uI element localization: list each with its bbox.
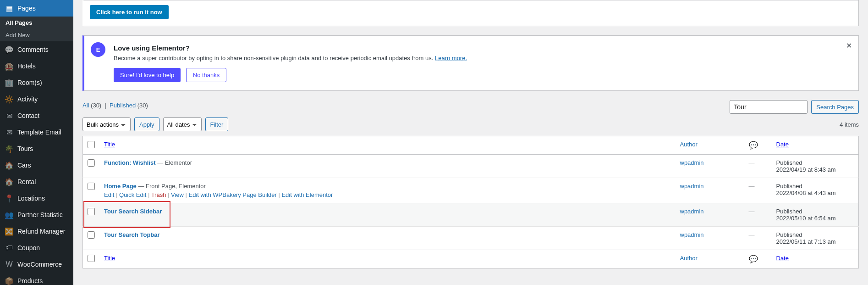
date-status: Published — [776, 208, 854, 215]
menu-icon: 📦 — [5, 276, 14, 285]
search-input[interactable] — [730, 100, 808, 114]
sidebar-item[interactable]: 📦Products — [0, 273, 73, 285]
date-value: 2022/04/08 at 4:43 am — [776, 190, 836, 196]
sidebar-item[interactable]: 🔀Refund Manager — [0, 223, 73, 240]
optin-yes-button[interactable]: Sure! I'd love to help — [114, 68, 181, 82]
elementor-text: Become a super contributor by opting in … — [114, 55, 840, 61]
notice-run-now: Click here to run it now — [82, 0, 859, 26]
filter-button[interactable]: Filter — [205, 117, 229, 131]
apply-button[interactable]: Apply — [134, 117, 159, 131]
menu-icon: 🏠 — [5, 177, 14, 186]
date-value: 2022/04/19 at 8:43 am — [776, 166, 836, 173]
sidebar-item[interactable]: ✉Template Email — [0, 124, 73, 140]
table-row: Tour Search Sidebarwpadmin—Published2022… — [83, 203, 859, 227]
author-link[interactable]: wpadmin — [680, 159, 704, 166]
pages-table: Title Author 💬 Date Function: Wishlist —… — [82, 136, 859, 268]
col-title-footer[interactable]: Title — [104, 255, 115, 262]
page-title-link[interactable]: Function: Wishlist — [104, 159, 156, 166]
sidebar-label: Comments — [17, 46, 49, 53]
col-date-footer[interactable]: Date — [776, 255, 789, 262]
search-button[interactable]: Search Pages — [811, 100, 859, 114]
sidebar-label: Room(s) — [17, 79, 42, 86]
select-all-footer-checkbox[interactable] — [88, 255, 95, 262]
row-action-link[interactable]: Edit with Elementor — [281, 191, 333, 198]
date-value: 2022/05/10 at 6:54 am — [776, 215, 836, 222]
sidebar-label: Coupon — [17, 244, 40, 251]
sidebar-item[interactable]: 👥Partner Statistic — [0, 207, 73, 223]
date-filter-select[interactable]: All dates — [163, 117, 202, 131]
col-title[interactable]: Title — [104, 141, 115, 148]
table-row: Function: Wishlist — Elementorwpadmin—Pu… — [83, 155, 859, 178]
filter-links: All (30) | Published (30) — [82, 102, 148, 109]
sidebar-sub-item[interactable]: Add New — [0, 29, 73, 41]
table-row: Tour Search Topbarwpadmin—Published2022/… — [83, 227, 859, 250]
author-link[interactable]: wpadmin — [680, 208, 704, 215]
sidebar-item[interactable]: 🏢Room(s) — [0, 74, 73, 91]
sidebar-item[interactable]: 🏨Hotels — [0, 58, 73, 74]
run-now-button[interactable]: Click here to run it now — [90, 5, 169, 19]
menu-icon: 🔀 — [5, 227, 14, 236]
bulk-actions-select[interactable]: Bulk actions — [82, 117, 131, 131]
page-suffix: — Front Page, Elementor — [137, 183, 206, 190]
col-author-footer: Author — [676, 250, 744, 268]
row-action-link[interactable]: Edit with WPBakery Page Builder — [189, 191, 277, 198]
sidebar-label: Hotels — [17, 62, 36, 70]
sidebar-item-pages[interactable]: ▤ Pages — [0, 0, 73, 17]
row-action-link[interactable]: Trash — [151, 191, 166, 198]
date-status: Published — [776, 183, 854, 190]
sidebar-label: Locations — [17, 195, 45, 202]
optin-no-button[interactable]: No thanks — [186, 68, 227, 82]
row-checkbox[interactable] — [88, 208, 95, 215]
sidebar-label: Pages — [17, 5, 36, 12]
sidebar-label: Activity — [17, 95, 38, 103]
sidebar-label: Tours — [17, 145, 33, 152]
row-checkbox[interactable] — [88, 159, 95, 167]
sidebar-submenu: All PagesAdd New — [0, 17, 73, 41]
sidebar-item[interactable]: WWooCommerce — [0, 256, 73, 273]
learn-more-link[interactable]: Learn more. — [435, 55, 467, 61]
comments-icon: 💬 — [749, 141, 758, 149]
filter-published-link[interactable]: Published — [110, 102, 136, 109]
sidebar-item[interactable]: 📍Locations — [0, 190, 73, 207]
elementor-title: Love using Elementor? — [114, 44, 840, 52]
menu-icon: 🏠 — [5, 161, 14, 170]
sidebar-label: Template Email — [17, 129, 61, 136]
author-link[interactable]: wpadmin — [680, 231, 704, 238]
sidebar-sub-item[interactable]: All Pages — [0, 17, 73, 29]
row-action-link[interactable]: View — [171, 191, 184, 198]
row-actions: Edit | Quick Edit | Trash | View | Edit … — [104, 191, 671, 198]
page-suffix: — Elementor — [156, 159, 192, 166]
sidebar-label: Rental — [17, 178, 36, 185]
close-icon[interactable]: ✕ — [846, 41, 852, 50]
sidebar-item[interactable]: 🌴Tours — [0, 140, 73, 157]
author-link[interactable]: wpadmin — [680, 183, 704, 190]
row-checkbox[interactable] — [88, 183, 95, 190]
elementor-badge-icon: E — [91, 42, 105, 57]
sidebar-item[interactable]: 🏠Cars — [0, 157, 73, 173]
menu-icon: 💬 — [5, 45, 14, 54]
row-action-link[interactable]: Quick Edit — [119, 191, 146, 198]
sidebar-item[interactable]: 💬Comments — [0, 41, 73, 58]
filter-all-link[interactable]: All — [82, 102, 89, 109]
comments-icon-footer: 💬 — [749, 255, 758, 263]
pages-icon: ▤ — [5, 4, 14, 13]
date-status: Published — [776, 159, 854, 166]
sidebar-item[interactable]: 🏷Coupon — [0, 240, 73, 256]
menu-icon: W — [5, 260, 14, 269]
sidebar-item[interactable]: 🔆Activity — [0, 91, 73, 107]
sidebar-item[interactable]: ✉Contact — [0, 107, 73, 124]
row-action-link[interactable]: Edit — [104, 191, 114, 198]
items-count: 4 items — [840, 121, 859, 128]
page-title-link[interactable]: Tour Search Sidebar — [104, 208, 162, 215]
page-title-link[interactable]: Tour Search Topbar — [104, 231, 160, 238]
menu-icon: 🏨 — [5, 61, 14, 71]
comment-count: — — [749, 159, 755, 166]
sidebar-item[interactable]: 🏠Rental — [0, 173, 73, 190]
menu-icon: ✉ — [5, 111, 14, 120]
comment-count: — — [749, 231, 755, 238]
page-title-link[interactable]: Home Page — [104, 183, 137, 190]
col-date[interactable]: Date — [776, 141, 789, 148]
menu-icon: 👥 — [5, 210, 14, 219]
select-all-checkbox[interactable] — [88, 141, 95, 148]
row-checkbox[interactable] — [88, 231, 95, 239]
